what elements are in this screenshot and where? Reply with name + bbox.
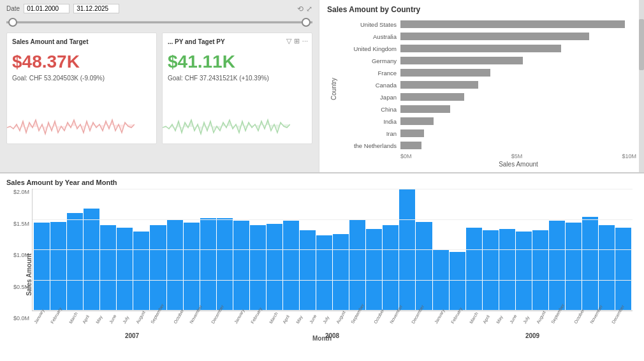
x-axis-labels: JanuaryFebruaryMarchAprilMayJuneJulyAugu…	[32, 321, 633, 327]
column-bar	[167, 219, 183, 311]
date-end-input[interactable]	[73, 4, 119, 13]
cards-row: Sales Amount and Target $48.37K Goal: CH…	[6, 33, 312, 144]
column-bar	[184, 223, 200, 311]
bar-y-label: Country	[330, 78, 337, 100]
y-tick-1m: $1.0M	[13, 252, 29, 258]
bar-chart-area: Country United StatesAustraliaUnited Kin…	[327, 19, 636, 159]
column-bar	[349, 219, 365, 311]
bar-country-label: Japan	[340, 94, 400, 101]
bar-country-label: China	[340, 106, 400, 113]
card1-goal: Goal: CHF 53.204503K (-9.09%)	[12, 75, 151, 82]
x-month-label: June	[509, 311, 519, 325]
card2-sparkline	[163, 108, 290, 144]
y-tick-2m: $2.0M	[13, 189, 29, 195]
date-label: Date	[6, 5, 20, 12]
x-month-label: April	[82, 311, 92, 325]
date-start-input[interactable]	[24, 4, 70, 13]
bar-country-label: France	[340, 70, 400, 77]
bar-country-label: Iran	[340, 130, 400, 137]
column-bar	[466, 228, 482, 311]
bar-country-label: United States	[340, 21, 400, 28]
bar-track	[400, 69, 636, 77]
column-bar	[582, 217, 598, 311]
x-month-label: March	[68, 311, 78, 325]
x-month-label: March	[469, 311, 479, 325]
column-bar	[100, 225, 116, 311]
column-bar	[267, 224, 282, 311]
column-chart-title: Sales Amount by Year and Month	[6, 179, 638, 186]
slider-thumb-left[interactable]	[8, 18, 17, 27]
date-slider[interactable]	[6, 16, 312, 29]
column-bar	[150, 225, 166, 311]
column-bar	[416, 222, 432, 311]
bar-chart-panel: Sales Amount by Country Country United S…	[319, 0, 644, 172]
year-2009: 2009	[432, 332, 633, 339]
column-bar	[283, 221, 299, 311]
bar-fill	[400, 57, 523, 64]
year-labels: 2007 2008 2009	[32, 332, 633, 339]
bar-country-label: India	[340, 118, 400, 125]
column-x-title: Month	[312, 335, 332, 342]
column-bar	[117, 228, 133, 311]
scrollbar-thumb[interactable]	[639, 19, 644, 70]
x-label-group: JanuaryFebruaryMarchAprilMayJuneJulyAugu…	[232, 321, 432, 327]
bar-fill	[400, 142, 421, 149]
column-bar	[34, 223, 50, 311]
filter-icon[interactable]: ▽	[286, 37, 291, 45]
column-bar	[532, 230, 548, 311]
bar-fill	[400, 45, 561, 52]
y-tick-15m: $1.5M	[13, 221, 29, 227]
x-month-label: July	[322, 311, 332, 325]
x-month-label: August	[135, 310, 146, 324]
year-2008: 2008	[232, 332, 432, 339]
x-month-label: May	[295, 311, 305, 325]
card2-kpi: $41.11K	[168, 52, 307, 72]
bar-country-label: United Kingdom	[340, 45, 400, 52]
slider-track	[6, 22, 312, 24]
column-bar	[399, 189, 415, 311]
bar-row: Germany	[340, 55, 636, 66]
reset-icon[interactable]: ⟲	[297, 4, 304, 13]
column-bar	[483, 230, 499, 311]
bar-track	[400, 105, 636, 113]
bar-track	[400, 45, 636, 52]
x-month-label: July	[122, 311, 132, 325]
bar-fill	[400, 33, 589, 40]
column-bar	[499, 229, 515, 311]
card2-goal: Goal: CHF 37.2431521K (+10.39%)	[168, 75, 307, 82]
bar-track	[400, 33, 636, 40]
x-month-label: May	[95, 311, 105, 325]
bar-x-axis: $0M $5M $10M	[340, 153, 636, 159]
column-bar	[516, 232, 532, 311]
bar-row: Iran	[340, 128, 636, 138]
y-axis-labels: $2.0M $1.5M $1.0M $0.5M $0.0M	[6, 189, 32, 323]
bar-fill	[400, 20, 625, 28]
bar-row: United Kingdom	[340, 43, 636, 54]
chart-area	[32, 189, 633, 311]
column-bar	[200, 218, 216, 311]
bar-fill	[400, 93, 464, 101]
axis-tick-10: $10M	[622, 153, 636, 159]
card1-sparkline	[7, 108, 135, 144]
y-tick-0m: $0.0M	[13, 315, 29, 321]
py-target-card: ▽ ⊞ ··· ... PY and Taget PY $41.11K Goal…	[162, 33, 312, 144]
column-bar	[566, 223, 582, 311]
x-month-label: July	[522, 311, 532, 325]
slider-thumb-right[interactable]	[302, 18, 311, 27]
column-bar	[450, 252, 465, 311]
table-icon[interactable]: ⊞	[294, 37, 300, 45]
x-month-label: August	[335, 310, 346, 324]
column-bar	[300, 230, 316, 311]
bar-row: Canada	[340, 80, 636, 90]
bar-track	[400, 20, 636, 28]
bar-track	[400, 81, 636, 89]
column-bar	[383, 225, 399, 311]
column-bar	[333, 234, 349, 311]
card1-kpi: $48.37K	[12, 52, 151, 72]
more-icon[interactable]: ···	[302, 37, 308, 45]
column-bar	[50, 222, 66, 311]
column-bar	[366, 229, 382, 311]
scrollbar[interactable]	[639, 0, 644, 172]
card2-toolbar: ▽ ⊞ ···	[286, 37, 308, 45]
expand-icon[interactable]: ⤢	[306, 4, 312, 13]
